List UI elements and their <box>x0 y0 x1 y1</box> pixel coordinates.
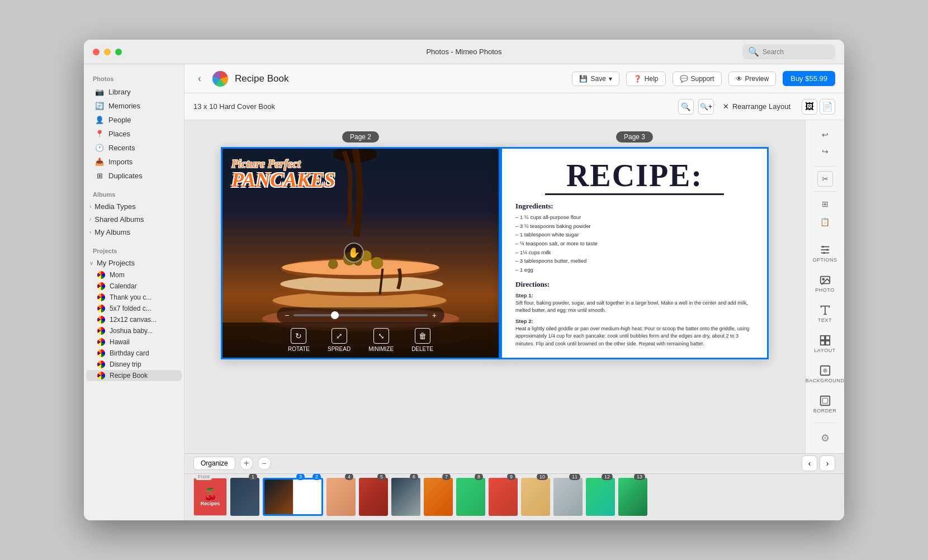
undo-redo-group: ↩ ↪ <box>817 125 833 162</box>
sidebar-item-recents[interactable]: 🕐 Recents <box>86 141 182 154</box>
background-panel-icon <box>819 364 831 377</box>
sidebar-label-recents: Recents <box>108 144 135 152</box>
project-label-mom: Mom <box>110 271 125 279</box>
thumb-10[interactable]: 10 <box>521 478 550 516</box>
panel-photo[interactable]: PHOTO <box>808 269 842 297</box>
filmstrip: Organize + − ‹ › Front 🍒 <box>184 453 844 520</box>
panel-layout[interactable]: LAYOUT <box>808 330 842 358</box>
slider-plus[interactable]: + <box>432 311 437 320</box>
panel-text[interactable]: TEXT <box>808 300 842 328</box>
thumb-13[interactable]: 13 <box>618 478 647 516</box>
toolbar-right: 🔍 🔍+ ✕ Rearrange Layout 🖼 📄 <box>678 99 835 115</box>
zoom-out-button[interactable]: 🔍 <box>678 99 694 115</box>
slider-track[interactable] <box>293 314 428 316</box>
sidebar-group-shared-albums[interactable]: › Shared Albums <box>84 213 184 226</box>
memories-icon: 🔄 <box>95 101 104 110</box>
save-button[interactable]: 💾 Save ▾ <box>572 72 619 86</box>
thumb-5[interactable]: 5 <box>359 478 388 516</box>
thumb-6[interactable]: 6 <box>391 478 420 516</box>
sidebar-group-media-types[interactable]: › Media Types <box>84 200 184 213</box>
project-item-recipebook[interactable]: Recipe Book <box>86 370 182 381</box>
remove-page-button[interactable]: − <box>258 457 271 470</box>
copy-button[interactable]: ⊞ <box>817 196 833 212</box>
page-2[interactable]: Picture Perfect PANCAKES ✋ − <box>221 147 500 359</box>
delete-action[interactable]: 🗑 DELETE <box>411 328 433 352</box>
filmstrip-nav: ‹ › <box>802 455 835 471</box>
fullscreen-button[interactable] <box>115 49 122 55</box>
sidebar-item-places[interactable]: 📍 Places <box>86 127 182 140</box>
settings-button[interactable]: ⚙ <box>816 428 834 449</box>
panel-background[interactable]: BACKGROUND <box>808 360 842 388</box>
options-icon <box>819 244 831 256</box>
canvas-area[interactable]: Page 2 <box>184 120 805 453</box>
search-input[interactable] <box>763 48 830 56</box>
project-item-birthday[interactable]: Birthday card <box>84 348 184 359</box>
help-label: Help <box>645 75 659 83</box>
redo-button[interactable]: ↪ <box>817 144 833 159</box>
add-photo-button[interactable]: 🖼 <box>802 99 817 115</box>
next-page-button[interactable]: › <box>820 455 835 471</box>
panel-border[interactable]: BORDER <box>808 390 842 418</box>
project-label-joshua: Joshua baby... <box>110 327 153 335</box>
buy-button[interactable]: Buy $55.99 <box>783 71 835 86</box>
project-item-hawaii[interactable]: Hawaii <box>84 336 184 348</box>
help-button[interactable]: ❓ Help <box>626 72 666 86</box>
thumb-num-12: 12 <box>602 474 613 481</box>
zoom-in-button[interactable]: 🔍+ <box>698 99 714 115</box>
project-item-5x7[interactable]: 5x7 folded c... <box>84 303 184 314</box>
sidebar-item-people[interactable]: 👤 People <box>86 113 182 126</box>
save-dropdown-icon: ▾ <box>609 75 612 83</box>
panel-options[interactable]: OPTIONS <box>808 239 842 267</box>
back-button[interactable]: ‹ <box>193 70 206 87</box>
project-item-disney[interactable]: Disney trip <box>84 359 184 370</box>
project-item-thankyou[interactable]: Thank you c... <box>84 292 184 303</box>
minimize-button[interactable] <box>104 49 111 55</box>
minimize-action[interactable]: ⤡ MINIMIZE <box>368 328 394 352</box>
project-item-joshua[interactable]: Joshua baby... <box>84 325 184 336</box>
thumb-9[interactable]: 9 <box>489 478 518 516</box>
front-label: Front <box>196 474 212 481</box>
sidebar-group-my-albums[interactable]: › My Albums <box>84 226 184 239</box>
thumb-2-3[interactable]: 2 3 <box>263 478 323 516</box>
thumb-7[interactable]: 7 <box>424 478 453 516</box>
crop-button[interactable]: ✂ <box>817 171 833 187</box>
page-3[interactable]: RECIPE: Ingredients: – 1 ½ cups all-purp… <box>500 147 769 359</box>
thumb-1[interactable]: 1 <box>230 478 259 516</box>
sidebar-item-imports[interactable]: 📥 Imports <box>86 155 182 168</box>
thumb-front[interactable]: Front 🍒 Recipes <box>193 478 227 516</box>
slider-thumb[interactable] <box>331 311 339 319</box>
rotate-action[interactable]: ↻ ROTATE <box>288 328 310 352</box>
project-item-12x12[interactable]: 12x12 canvas... <box>84 314 184 325</box>
thumb-4[interactable]: 4 <box>326 478 356 516</box>
close-button[interactable] <box>93 49 100 55</box>
undo-button[interactable]: ↩ <box>817 127 833 143</box>
sidebar-label-memories: Memories <box>108 102 140 110</box>
sidebar-item-memories[interactable]: 🔄 Memories <box>86 99 182 112</box>
project-item-mom[interactable]: Mom <box>84 269 184 281</box>
search-bar[interactable]: 🔍 <box>742 44 835 59</box>
panel-divider-top <box>814 166 836 167</box>
add-text-button[interactable]: 📄 <box>820 99 835 115</box>
spread-action[interactable]: ⤢ SPREAD <box>328 328 351 352</box>
rearrange-layout-button[interactable]: ✕ Rearrange Layout <box>723 102 790 111</box>
step2-label: Step 2: <box>515 318 754 324</box>
slider-minus[interactable]: − <box>285 311 289 320</box>
sidebar-group-my-projects[interactable]: ∨ My Projects <box>84 257 184 269</box>
organize-button[interactable]: Organize <box>193 457 235 470</box>
image-slider[interactable]: − + <box>277 307 444 323</box>
paste-button[interactable]: 📋 <box>817 214 833 230</box>
preview-button[interactable]: 👁 Preview <box>728 72 777 86</box>
add-page-button[interactable]: + <box>240 457 253 470</box>
project-item-calendar[interactable]: Calendar <box>84 281 184 292</box>
thumb-11[interactable]: 11 <box>553 478 583 516</box>
svg-rect-27 <box>820 341 824 345</box>
svg-point-14 <box>371 257 383 269</box>
photos-section-header: Photos <box>84 71 184 84</box>
thumb-8[interactable]: 8 <box>456 478 485 516</box>
sidebar-label-people: People <box>108 116 131 124</box>
thumb-12[interactable]: 12 <box>586 478 615 516</box>
prev-page-button[interactable]: ‹ <box>802 455 817 471</box>
sidebar-item-library[interactable]: 📷 Library <box>86 85 182 98</box>
support-button[interactable]: 💬 Support <box>673 72 722 86</box>
sidebar-item-duplicates[interactable]: ⊞ Duplicates <box>86 169 182 182</box>
